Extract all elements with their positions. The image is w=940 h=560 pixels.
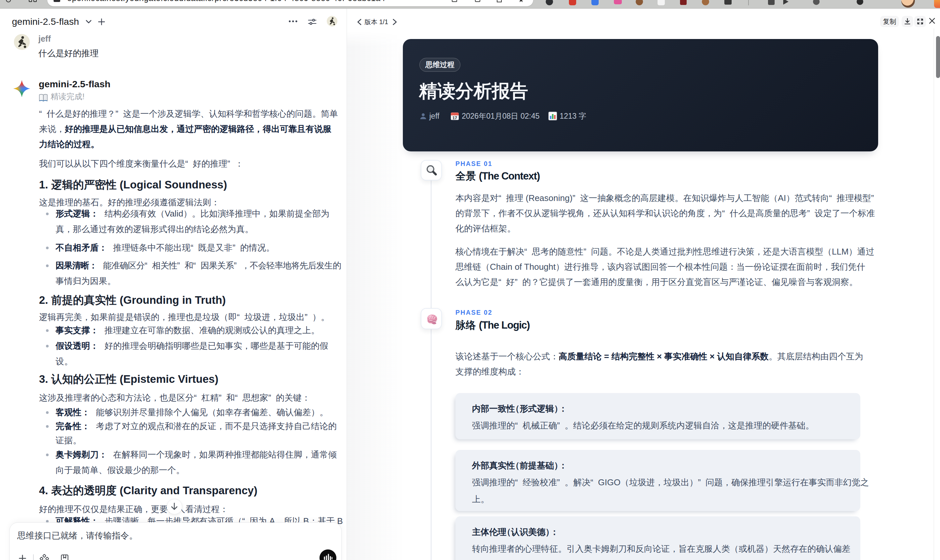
svg-text:17: 17	[453, 116, 457, 120]
